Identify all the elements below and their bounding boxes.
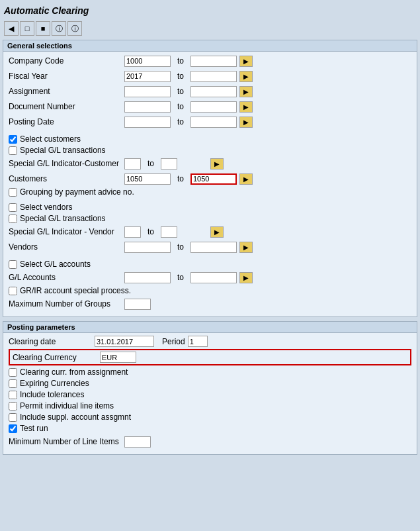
customers-from[interactable] — [124, 173, 171, 185]
period-label: Period — [162, 337, 185, 346]
customers-label: Customers — [9, 174, 124, 183]
posting-date-from[interactable] — [124, 117, 171, 128]
expiring-currencies-row: Expiring Currencies — [9, 379, 411, 388]
info1-button[interactable]: ⓘ — [52, 21, 66, 36]
special-gl-indicator-customer-select-btn[interactable]: ▶ — [210, 158, 224, 169]
include-suppl-checkbox[interactable] — [9, 413, 17, 422]
select-gl-accounts-label: Select G/L accounts — [20, 260, 91, 269]
fiscal-year-select-btn[interactable]: ▶ — [239, 71, 253, 82]
select-customers-checkbox[interactable] — [9, 135, 17, 144]
select-vendors-row: Select vendors — [9, 203, 411, 212]
document-number-row: Document Number to ▶ — [9, 100, 411, 113]
min-line-items-row: Minimum Number of Line Items — [9, 435, 411, 448]
max-groups-label: Maximum Number of Groups — [9, 299, 124, 309]
select-gl-accounts-checkbox[interactable] — [9, 260, 17, 269]
special-gl-indicator-vendor-to[interactable] — [161, 226, 177, 238]
window-title: Automatic Clearing — [3, 3, 417, 20]
gl-accounts-to-label: to — [171, 273, 190, 282]
permit-individual-label: Permit individual line items — [20, 401, 114, 410]
max-groups-row: Maximum Number of Groups — [9, 297, 411, 311]
special-gl-indicator-customer-label: Special G/L Indicator-Customer — [9, 159, 124, 168]
clearing-date-row: Clearing date Period — [9, 336, 411, 347]
special-gl-transactions-vendor-row: Special G/L transactions — [9, 214, 411, 223]
company-code-label: Company Code — [9, 56, 124, 66]
clearing-curr-assignment-label: Clearing curr. from assignment — [20, 367, 128, 377]
min-line-items-label: Minimum Number of Line Items — [9, 437, 124, 446]
expiring-currencies-checkbox[interactable] — [9, 379, 17, 388]
test-run-checkbox[interactable] — [9, 424, 17, 433]
clearing-currency-label: Clearing Currency — [13, 353, 99, 362]
fiscal-year-label: Fiscal Year — [9, 72, 124, 81]
posting-parameters-title: Posting parameters — [3, 322, 417, 333]
vendors-from[interactable] — [124, 242, 171, 253]
document-number-from[interactable] — [124, 101, 171, 113]
back-button[interactable]: ◀ — [4, 21, 19, 36]
fiscal-year-to[interactable] — [190, 71, 237, 82]
special-gl-indicator-customer-from[interactable] — [124, 158, 141, 169]
period-input[interactable] — [188, 336, 208, 347]
special-gl-indicator-customer-to-label: to — [141, 159, 161, 168]
posting-date-to[interactable] — [190, 117, 237, 128]
test-run-row: Test run — [9, 424, 411, 433]
info2-button[interactable]: ⓘ — [67, 21, 82, 36]
toolbar: ◀ □ ■ ⓘ ⓘ — [3, 20, 417, 40]
assignment-row: Assignment to ▶ — [9, 85, 411, 98]
include-tolerances-row: Include tolerances — [9, 390, 411, 399]
company-code-to[interactable] — [190, 56, 237, 67]
assignment-to[interactable] — [190, 86, 237, 97]
gl-accounts-select-btn[interactable]: ▶ — [239, 272, 253, 283]
company-code-to-label: to — [171, 56, 190, 66]
clearing-currency-input[interactable] — [100, 352, 136, 363]
fiscal-year-from[interactable] — [124, 71, 171, 82]
clearing-curr-assignment-checkbox[interactable] — [9, 368, 17, 377]
vendors-row: Vendors to ▶ — [9, 240, 411, 254]
select-vendors-checkbox[interactable] — [9, 203, 17, 212]
vendors-to[interactable] — [190, 242, 237, 253]
fiscal-year-to-label: to — [171, 72, 190, 81]
expiring-currencies-label: Expiring Currencies — [20, 379, 89, 388]
assignment-from[interactable] — [124, 86, 171, 97]
save-button[interactable]: ■ — [36, 21, 50, 36]
vendors-label: Vendors — [9, 242, 124, 252]
company-code-select-btn[interactable]: ▶ — [239, 56, 253, 67]
document-number-select-btn[interactable]: ▶ — [239, 101, 253, 113]
special-gl-transactions-vendor-checkbox[interactable] — [9, 215, 17, 223]
special-gl-indicator-customer-to[interactable] — [161, 158, 177, 169]
customers-to[interactable] — [190, 173, 237, 185]
customers-select-btn[interactable]: ▶ — [239, 173, 253, 185]
select-customers-label: Select customers — [20, 134, 81, 144]
max-groups-input[interactable] — [124, 299, 151, 310]
gl-accounts-to[interactable] — [190, 272, 237, 283]
document-number-to[interactable] — [190, 101, 237, 113]
grouping-payment-checkbox[interactable] — [9, 188, 17, 197]
vendors-select-btn[interactable]: ▶ — [239, 242, 253, 253]
posting-date-label: Posting Date — [9, 117, 124, 126]
posting-date-select-btn[interactable]: ▶ — [239, 117, 253, 128]
grouping-payment-label: Grouping by payment advice no. — [20, 187, 134, 197]
include-tolerances-label: Include tolerances — [20, 390, 84, 399]
select-vendors-label: Select vendors — [20, 203, 72, 212]
special-gl-indicator-vendor-from[interactable] — [124, 226, 141, 238]
special-gl-transactions-row: Special G/L transactions — [9, 146, 411, 155]
min-line-items-input[interactable] — [124, 436, 151, 448]
special-gl-indicator-vendor-select-btn[interactable]: ▶ — [210, 226, 224, 238]
gl-accounts-row: G/L Accounts to ▶ — [9, 271, 411, 284]
gl-accounts-label: G/L Accounts — [9, 273, 124, 282]
assignment-to-label: to — [171, 87, 190, 96]
special-gl-transactions-checkbox[interactable] — [9, 146, 17, 155]
company-code-from[interactable] — [124, 56, 171, 67]
assignment-select-btn[interactable]: ▶ — [239, 86, 253, 97]
clearing-date-input[interactable] — [95, 336, 154, 347]
posting-date-to-label: to — [171, 117, 190, 126]
permit-individual-checkbox[interactable] — [9, 402, 17, 410]
special-gl-indicator-vendor-row: Special G/L Indicator - Vendor to ▶ — [9, 225, 411, 238]
copy-button[interactable]: □ — [20, 21, 34, 36]
vendors-to-label: to — [171, 242, 190, 252]
gl-accounts-from[interactable] — [124, 272, 171, 283]
include-suppl-row: Include suppl. account assgmnt — [9, 412, 411, 422]
test-run-label: Test run — [20, 424, 48, 433]
gr-ir-checkbox[interactable] — [9, 287, 17, 295]
include-tolerances-checkbox[interactable] — [9, 391, 17, 399]
general-selections-section: General selections Company Code to ▶ Fis… — [3, 40, 417, 317]
permit-individual-row: Permit individual line items — [9, 401, 411, 410]
